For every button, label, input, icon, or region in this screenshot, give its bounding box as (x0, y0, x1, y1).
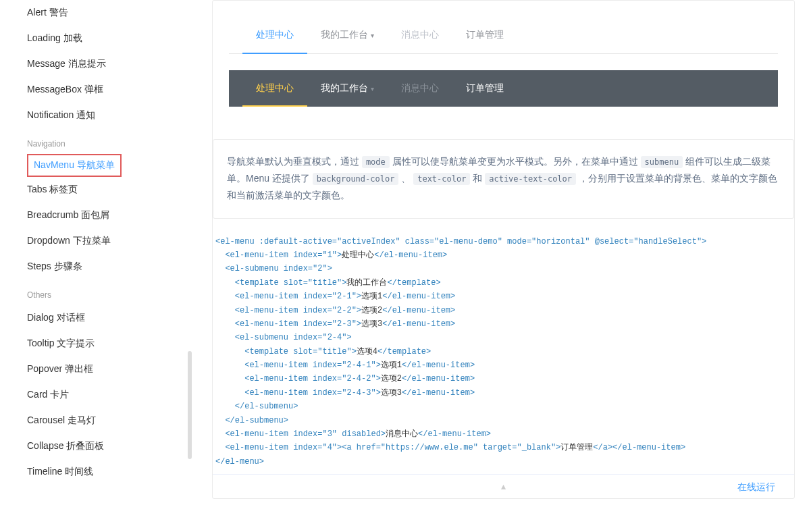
desc-text: 、 (398, 173, 413, 184)
demo-block: 处理中心 我的工作台▾ 消息中心 订单管理 处理中心 我的工作台▾ 消息中心 订… (212, 0, 795, 499)
code-tag: <a href="https://www.ele.me" target="_bl… (342, 443, 560, 452)
light-horizontal-menu: 处理中心 我的工作台▾ 消息中心 订单管理 (229, 17, 778, 54)
dark-horizontal-menu: 处理中心 我的工作台▾ 消息中心 订单管理 (229, 70, 778, 107)
sidebar-item-loading[interactable]: Loading 加载 (27, 26, 196, 51)
code-inline: text-color (413, 173, 470, 185)
sidebar-item-dropdown[interactable]: Dropdown 下拉菜单 (27, 228, 196, 254)
code-text: 消息中心 (386, 429, 418, 439)
code-tag: </el-submenu> (225, 416, 288, 425)
chevron-down-icon: ▾ (371, 32, 374, 39)
menu-item-processing-center[interactable]: 处理中心 (242, 17, 307, 53)
code-text: 处理中心 (342, 250, 374, 260)
code-tag: </el-menu-item> (382, 306, 455, 315)
code-text: 订单管理 (560, 443, 593, 452)
sidebar-item-card[interactable]: Card 卡片 (27, 382, 196, 408)
sidebar-item-dialog[interactable]: Dialog 对话框 (27, 305, 196, 331)
code-tag: <template slot="title"> (235, 278, 347, 288)
sidebar: Alert 警告 Loading 加载 Message 消息提示 Message… (0, 0, 196, 532)
code-block: <el-menu :default-active="activeIndex" c… (213, 235, 794, 469)
code-text: 选项2 (381, 374, 402, 383)
code-text: 选项3 (381, 388, 402, 398)
code-text: 选项2 (361, 306, 382, 315)
code-tag: <el-menu-item index="4"> (225, 443, 342, 452)
sidebar-item-alert[interactable]: Alert 警告 (27, 0, 196, 26)
code-tag: </el-submenu> (235, 402, 298, 411)
run-online-link[interactable]: 在线运行 (737, 481, 775, 494)
menu-item-label: 我的工作台 (321, 29, 368, 40)
code-tag: <el-menu-item index="2-3"> (235, 319, 361, 329)
demo-source: 处理中心 我的工作台▾ 消息中心 订单管理 处理中心 我的工作台▾ 消息中心 订… (213, 1, 794, 139)
chevron-down-icon: ▾ (371, 85, 374, 92)
code-tag: </template> (377, 347, 431, 356)
code-tag: </el-menu> (215, 457, 264, 467)
demo-description: 导航菜单默认为垂直模式，通过 mode 属性可以使导航菜单变更为水平模式。另外，… (213, 139, 794, 219)
sidebar-item-notification[interactable]: Notification 通知 (27, 103, 196, 128)
code-tag: <el-menu-item index="2-4-1"> (244, 361, 381, 370)
menu-item-my-workspace-dark[interactable]: 我的工作台▾ (307, 70, 388, 107)
sidebar-item-collapse[interactable]: Collapse 折叠面板 (27, 433, 196, 459)
code-tag: <el-submenu index="2-4"> (235, 333, 352, 342)
sidebar-scrollbar-thumb[interactable] (188, 351, 192, 459)
sidebar-item-timeline[interactable]: Timeline 时间线 (27, 459, 196, 485)
code-tag: <el-menu-item index="2-4-2"> (244, 374, 381, 383)
code-tag: <template slot="title"> (244, 347, 357, 356)
code-tag: </el-menu-item> (402, 374, 475, 383)
desc-text: 和 (470, 173, 485, 184)
sidebar-item-popover[interactable]: Popover 弹出框 (27, 356, 196, 382)
desc-text: 导航菜单默认为垂直模式，通过 (227, 156, 362, 167)
code-tag: </a> (593, 443, 612, 452)
code-inline: background-color (313, 173, 399, 185)
menu-item-my-workspace[interactable]: 我的工作台▾ (307, 17, 388, 53)
code-tag: </el-menu-item> (612, 443, 685, 452)
code-inline: submenu (641, 156, 683, 168)
code-tag: <el-menu-item index="2-1"> (235, 292, 361, 301)
menu-item-message-center-dark: 消息中心 (388, 70, 452, 107)
code-tag: </el-menu-item> (374, 250, 447, 260)
sidebar-item-tooltip[interactable]: Tooltip 文字提示 (27, 331, 196, 356)
code-tag: </el-menu-item> (382, 292, 455, 301)
sidebar-item-tabs[interactable]: Tabs 标签页 (27, 177, 196, 203)
code-text: 选项4 (357, 347, 377, 356)
code-text: 选项1 (381, 361, 402, 370)
code-inline: mode (362, 156, 390, 168)
menu-item-order-management[interactable]: 订单管理 (452, 17, 517, 53)
menu-item-message-center: 消息中心 (388, 17, 452, 53)
code-tag: </el-menu-item> (402, 388, 475, 398)
sidebar-item-messagebox[interactable]: MessageBox 弹框 (27, 77, 196, 103)
code-tag: <el-menu :default-active="activeIndex" c… (215, 237, 706, 246)
code-text: 选项3 (361, 319, 382, 329)
main-content: 处理中心 我的工作台▾ 消息中心 订单管理 处理中心 我的工作台▾ 消息中心 订… (196, 0, 811, 532)
sidebar-item-breadcrumb[interactable]: Breadcrumb 面包屑 (27, 203, 196, 228)
menu-item-order-management-dark[interactable]: 订单管理 (452, 70, 517, 107)
menu-item-processing-center-dark[interactable]: 处理中心 (242, 70, 307, 107)
sidebar-group-navigation: Navigation (27, 139, 196, 149)
code-tag: </el-menu-item> (418, 429, 491, 439)
sidebar-group-others: Others (27, 290, 196, 300)
sidebar-item-carousel[interactable]: Carousel 走马灯 (27, 408, 196, 433)
code-tag: <el-menu-item index="2-4-3"> (244, 388, 381, 398)
code-inline: active-text-color (485, 173, 576, 185)
code-text: 我的工作台 (346, 278, 387, 288)
code-tag: </template> (387, 278, 440, 288)
page-root: Alert 警告 Loading 加载 Message 消息提示 Message… (0, 0, 811, 532)
sidebar-item-message[interactable]: Message 消息提示 (27, 51, 196, 77)
code-tag: </el-menu-item> (382, 319, 455, 329)
menu-item-label: 我的工作台 (321, 82, 368, 93)
code-tag: <el-menu-item index="1"> (225, 250, 342, 260)
code-tag: <el-menu-item index="2-2"> (235, 306, 361, 315)
caret-up-icon: ▴ (501, 481, 506, 491)
sidebar-item-steps[interactable]: Steps 步骤条 (27, 254, 196, 280)
desc-text: 属性可以使导航菜单变更为水平模式。另外，在菜单中通过 (390, 156, 641, 167)
code-text: 选项1 (361, 292, 382, 301)
sidebar-item-navmenu[interactable]: NavMenu 导航菜单 (27, 154, 122, 177)
demo-code-control[interactable]: ▴ 在线运行 (213, 474, 794, 498)
code-tag: <el-submenu index="2"> (225, 264, 332, 273)
code-tag: </el-menu-item> (402, 361, 475, 370)
code-tag: <el-menu-item index="3" disabled> (225, 429, 386, 439)
